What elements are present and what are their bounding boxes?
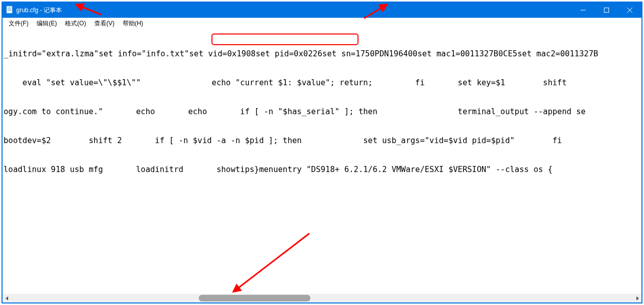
scroll-right-arrow-icon[interactable] bbox=[633, 294, 641, 302]
maximize-button[interactable] bbox=[595, 3, 618, 18]
minimize-button[interactable] bbox=[571, 3, 595, 18]
horizontal-scrollbar[interactable] bbox=[3, 294, 641, 302]
menubar: 文件(F) 编辑(E) 格式(O) 查看(V) 帮助(H) bbox=[3, 18, 641, 29]
svg-marker-9 bbox=[6, 296, 8, 300]
notepad-icon bbox=[6, 6, 14, 15]
menu-edit[interactable]: 编辑(E) bbox=[32, 18, 61, 29]
scroll-track[interactable] bbox=[11, 294, 633, 302]
code-line-1: _initrd="extra.lzma"set info="info.txt"s… bbox=[4, 49, 640, 59]
menu-help[interactable]: 帮助(H) bbox=[119, 18, 148, 29]
menu-view[interactable]: 查看(V) bbox=[90, 18, 119, 29]
text-area[interactable]: _initrd="extra.lzma"set info="info.txt"s… bbox=[3, 29, 641, 294]
code-line-4: bootdev=$2 shift 2 if [ -n $vid -a -n $p… bbox=[4, 136, 640, 146]
code-line-2: eval "set value=\"\$$1\"" echo "current … bbox=[4, 78, 640, 88]
notepad-window: grub.cfg - 记事本 文件(F) 编辑(E) 格式(O) 查看(V) 帮… bbox=[2, 2, 642, 303]
svg-rect-6 bbox=[604, 8, 609, 13]
titlebar[interactable]: grub.cfg - 记事本 bbox=[3, 3, 641, 18]
scroll-thumb[interactable] bbox=[199, 295, 310, 301]
menu-format[interactable]: 格式(O) bbox=[61, 18, 90, 29]
menu-file[interactable]: 文件(F) bbox=[5, 18, 32, 29]
code-line-3: ogy.com to continue." echo echo if [ -n … bbox=[4, 107, 640, 117]
titlebar-left: grub.cfg - 记事本 bbox=[3, 6, 62, 15]
editor-content: _initrd="extra.lzma"set info="info.txt"s… bbox=[3, 29, 641, 294]
svg-marker-10 bbox=[636, 296, 639, 300]
scroll-left-arrow-icon[interactable] bbox=[3, 294, 11, 302]
close-button[interactable] bbox=[618, 3, 641, 18]
window-buttons bbox=[571, 3, 641, 18]
window-title: grub.cfg - 记事本 bbox=[16, 6, 62, 15]
code-line-5: loadlinux 918 usb mfg loadinitrd showtip… bbox=[4, 165, 640, 175]
